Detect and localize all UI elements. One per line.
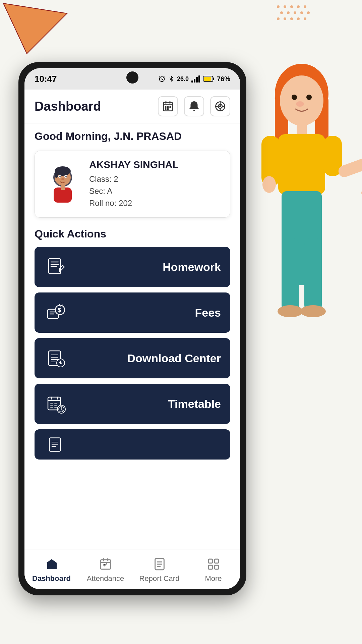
svg-point-22 (306, 95, 312, 100)
sync-button[interactable] (210, 96, 230, 116)
student-info: AKSHAY SINGHAL Class: 2 Sec: A Roll no: … (89, 159, 221, 209)
svg-point-11 (307, 11, 310, 14)
phone-frame: 10:47 26.0 (18, 62, 246, 595)
calendar-button[interactable] (158, 96, 178, 116)
nav-attendance[interactable]: Attendance (78, 556, 132, 583)
svg-rect-49 (167, 108, 169, 110)
nav-attendance-label: Attendance (87, 574, 124, 583)
download-center-icon (44, 346, 68, 370)
notification-button[interactable] (184, 96, 204, 116)
bluetooth-icon (168, 75, 174, 83)
svg-rect-25 (278, 134, 325, 195)
nav-more[interactable]: More (186, 556, 240, 583)
svg-point-52 (219, 105, 221, 107)
svg-marker-0 (3, 3, 67, 54)
svg-rect-24 (297, 122, 307, 136)
exam-schedule-icon (44, 432, 68, 457)
svg-rect-47 (170, 106, 171, 108)
svg-rect-45 (165, 106, 167, 108)
svg-point-8 (287, 11, 290, 14)
nav-dashboard-label: Dashboard (32, 574, 71, 583)
speed-indicator: 26.0 (177, 75, 189, 83)
svg-point-2 (277, 5, 280, 8)
svg-point-23 (296, 101, 304, 107)
svg-rect-74 (50, 565, 53, 569)
nav-report-card-label: Report Card (139, 574, 180, 583)
svg-rect-31 (282, 238, 299, 312)
app-header: Dashboard (24, 90, 240, 123)
homework-icon (44, 255, 68, 279)
svg-point-61 (61, 178, 64, 180)
battery-icon (203, 75, 214, 82)
signal-icon (191, 75, 201, 83)
status-bar: 10:47 26.0 (24, 68, 240, 90)
student-section: Sec: A (89, 185, 221, 197)
svg-point-20 (280, 75, 323, 126)
svg-rect-56 (55, 171, 58, 178)
homework-button[interactable]: Homework (35, 247, 230, 287)
page-title: Dashboard (35, 99, 101, 114)
student-avatar (44, 166, 81, 203)
download-center-label: Download Center (75, 352, 221, 365)
phone-screen: 10:47 26.0 (24, 68, 240, 589)
svg-point-12 (277, 17, 280, 20)
status-time: 10:47 (35, 74, 57, 84)
svg-point-14 (290, 17, 293, 20)
svg-point-33 (278, 305, 303, 317)
more-icon (205, 556, 222, 572)
svg-rect-79 (208, 565, 213, 569)
svg-point-4 (290, 5, 293, 8)
svg-point-60 (65, 176, 67, 177)
svg-rect-63 (61, 185, 65, 190)
svg-rect-48 (165, 108, 167, 110)
timetable-icon (44, 392, 68, 416)
nav-more-label: More (205, 574, 222, 583)
timetable-label: Timetable (75, 397, 221, 411)
svg-point-34 (300, 305, 326, 317)
nav-dashboard[interactable]: Dashboard (24, 556, 78, 583)
timetable-button[interactable]: Timetable (35, 384, 230, 424)
svg-point-13 (284, 17, 286, 20)
svg-point-16 (304, 17, 306, 20)
svg-rect-32 (304, 238, 322, 312)
main-content: Good Morning, J.N. PRASAD (24, 123, 240, 549)
svg-point-21 (292, 95, 297, 100)
homework-label: Homework (75, 261, 221, 274)
svg-rect-42 (213, 77, 214, 80)
svg-rect-43 (204, 77, 211, 81)
download-center-button[interactable]: Download Center (35, 338, 230, 378)
bg-triangle-decoration (0, 0, 74, 60)
svg-rect-40 (198, 75, 200, 83)
status-icons: 26.0 76% (158, 75, 230, 83)
bottom-navigation: Dashboard Attendance (24, 549, 240, 589)
svg-text:$: $ (58, 307, 61, 313)
greeting-text: Good Morning, J.N. PRASAD (35, 130, 230, 143)
svg-rect-39 (196, 77, 198, 83)
svg-rect-38 (194, 79, 195, 83)
svg-point-35 (262, 176, 276, 193)
report-icon (152, 556, 168, 572)
svg-rect-78 (215, 559, 219, 563)
sync-icon (214, 100, 226, 112)
bg-dots-decoration (275, 3, 335, 37)
fees-icon: $ (44, 301, 68, 325)
header-actions (158, 96, 230, 116)
attendance-icon (98, 556, 114, 572)
fees-label: Fees (75, 306, 221, 319)
svg-point-15 (297, 17, 300, 20)
fees-button[interactable]: $ Fees (35, 292, 230, 333)
svg-point-9 (294, 11, 296, 14)
student-card[interactable]: AKSHAY SINGHAL Class: 2 Sec: A Roll no: … (35, 151, 230, 218)
nav-report-card[interactable]: Report Card (132, 556, 186, 583)
student-roll: Roll no: 202 (89, 197, 221, 209)
svg-point-59 (59, 176, 61, 177)
student-class: Class: 2 (89, 173, 221, 185)
exam-schedule-button[interactable] (35, 429, 230, 460)
svg-rect-46 (167, 106, 169, 108)
svg-rect-80 (215, 565, 219, 569)
svg-rect-37 (191, 80, 193, 83)
home-icon (44, 556, 60, 572)
camera-notch (126, 71, 138, 84)
alarm-icon (158, 75, 166, 83)
bell-icon (188, 100, 200, 112)
